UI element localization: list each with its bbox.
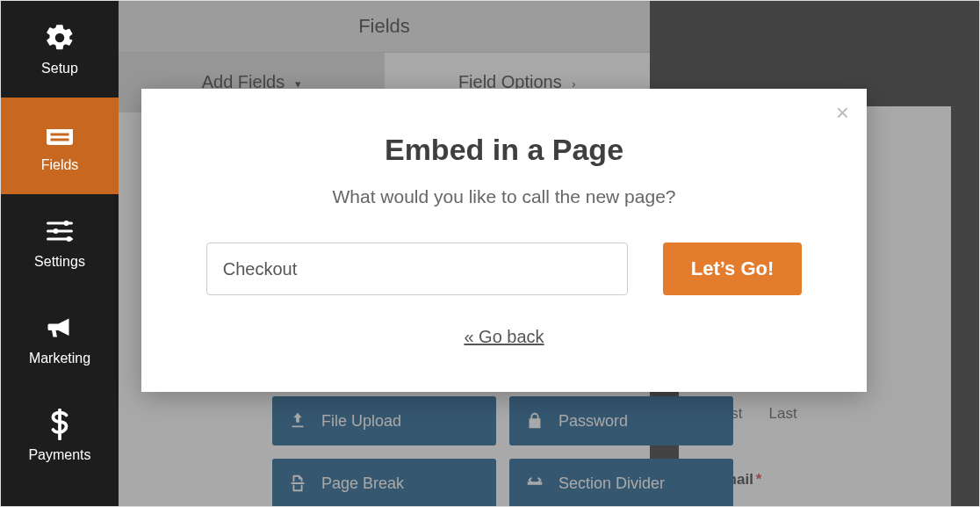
megaphone-icon <box>44 312 76 344</box>
sidebar-item-label: Payments <box>28 447 90 463</box>
sidebar-item-setup[interactable]: Setup <box>1 1 119 98</box>
sidebar-item-settings[interactable]: Settings <box>1 194 119 291</box>
form-icon <box>44 119 76 150</box>
sidebar-item-fields[interactable]: Fields <box>1 98 119 194</box>
close-icon[interactable]: × <box>836 101 849 124</box>
sidebar-item-label: Marketing <box>29 351 90 366</box>
sliders-icon <box>44 215 76 247</box>
embed-page-modal: × Embed in a Page What would you like to… <box>141 89 867 392</box>
dollar-icon <box>44 409 76 440</box>
lets-go-button[interactable]: Let’s Go! <box>663 243 803 295</box>
svg-point-5 <box>54 228 59 234</box>
svg-rect-2 <box>51 134 69 136</box>
gear-icon <box>44 22 76 54</box>
sidebar-item-marketing[interactable]: Marketing <box>1 291 119 387</box>
modal-subtitle: What would you like to call the new page… <box>194 186 814 207</box>
page-name-input[interactable] <box>206 243 628 295</box>
svg-point-4 <box>64 221 69 226</box>
svg-point-6 <box>67 236 72 242</box>
sidebar-item-label: Fields <box>41 157 79 173</box>
modal-title: Embed in a Page <box>194 133 814 167</box>
svg-rect-1 <box>47 124 73 129</box>
svg-rect-3 <box>51 139 69 141</box>
sidebar-item-label: Settings <box>34 254 85 270</box>
sidebar: Setup Fields Settings Marketing Payments <box>1 1 119 506</box>
go-back-link[interactable]: « Go back <box>464 327 544 347</box>
sidebar-item-payments[interactable]: Payments <box>1 387 119 484</box>
sidebar-item-label: Setup <box>41 61 78 76</box>
